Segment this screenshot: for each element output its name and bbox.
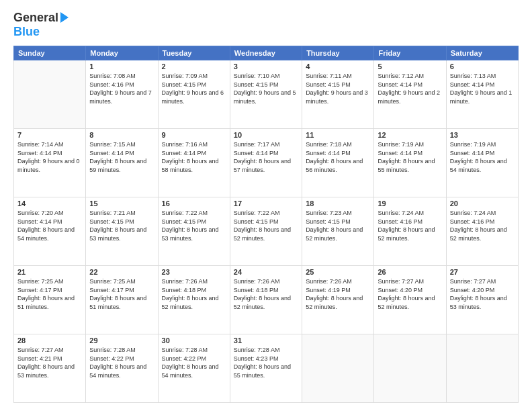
day-number: 30: [162, 336, 226, 345]
calendar-cell: 5Sunrise: 7:12 AMSunset: 4:14 PMDaylight…: [374, 60, 446, 129]
day-number: 7: [17, 131, 82, 139]
cell-info: Sunrise: 7:22 AMSunset: 4:15 PMDaylight:…: [234, 209, 298, 242]
logo-general: General: [13, 11, 58, 25]
cell-info: Sunrise: 7:26 AMSunset: 4:18 PMDaylight:…: [162, 277, 226, 311]
calendar-cell: 20Sunrise: 7:24 AMSunset: 4:16 PMDayligh…: [446, 197, 518, 266]
day-number: 23: [162, 268, 226, 276]
day-number: 25: [306, 268, 370, 276]
calendar-cell: 19Sunrise: 7:24 AMSunset: 4:16 PMDayligh…: [374, 197, 446, 266]
cell-info: Sunrise: 7:19 AMSunset: 4:14 PMDaylight:…: [450, 140, 515, 174]
logo-blue: Blue: [13, 25, 40, 38]
day-number: 19: [378, 199, 442, 208]
calendar-cell: 17Sunrise: 7:22 AMSunset: 4:15 PMDayligh…: [230, 197, 302, 266]
cell-info: Sunrise: 7:24 AMSunset: 4:16 PMDaylight:…: [450, 209, 515, 242]
cell-info: Sunrise: 7:25 AMSunset: 4:17 PMDaylight:…: [17, 277, 82, 311]
calendar-cell: 6Sunrise: 7:13 AMSunset: 4:14 PMDaylight…: [446, 60, 518, 129]
calendar-cell: 15Sunrise: 7:21 AMSunset: 4:15 PMDayligh…: [86, 197, 158, 266]
day-number: 21: [17, 268, 82, 276]
calendar-cell: 10Sunrise: 7:17 AMSunset: 4:14 PMDayligh…: [230, 129, 302, 197]
cell-info: Sunrise: 7:08 AMSunset: 4:16 PMDaylight:…: [89, 72, 154, 105]
day-number: 5: [378, 62, 442, 71]
calendar-cell: 30Sunrise: 7:28 AMSunset: 4:22 PMDayligh…: [158, 334, 230, 403]
cell-info: Sunrise: 7:12 AMSunset: 4:14 PMDaylight:…: [378, 72, 442, 105]
day-number: 14: [17, 199, 82, 208]
calendar-cell: 13Sunrise: 7:19 AMSunset: 4:14 PMDayligh…: [446, 129, 518, 197]
cell-info: Sunrise: 7:28 AMSunset: 4:23 PMDaylight:…: [234, 346, 298, 379]
cell-info: Sunrise: 7:15 AMSunset: 4:14 PMDaylight:…: [89, 140, 154, 174]
cell-info: Sunrise: 7:27 AMSunset: 4:20 PMDaylight:…: [450, 277, 515, 311]
day-number: 22: [89, 268, 154, 276]
calendar-week-row: 28Sunrise: 7:27 AMSunset: 4:21 PMDayligh…: [14, 334, 519, 403]
cell-info: Sunrise: 7:09 AMSunset: 4:15 PMDaylight:…: [162, 72, 226, 105]
day-number: 15: [89, 199, 154, 208]
logo: General Blue: [13, 11, 69, 39]
day-number: 2: [162, 62, 226, 71]
cell-info: Sunrise: 7:22 AMSunset: 4:15 PMDaylight:…: [162, 209, 226, 242]
cell-info: Sunrise: 7:28 AMSunset: 4:22 PMDaylight:…: [162, 346, 226, 379]
calendar-cell: 4Sunrise: 7:11 AMSunset: 4:15 PMDaylight…: [302, 60, 374, 129]
cell-info: Sunrise: 7:13 AMSunset: 4:14 PMDaylight:…: [450, 72, 515, 105]
day-number: 29: [89, 336, 154, 345]
calendar-cell: 11Sunrise: 7:18 AMSunset: 4:14 PMDayligh…: [302, 129, 374, 197]
calendar-cell: 3Sunrise: 7:10 AMSunset: 4:15 PMDaylight…: [230, 60, 302, 129]
day-number: 16: [162, 199, 226, 208]
calendar-cell: 21Sunrise: 7:25 AMSunset: 4:17 PMDayligh…: [14, 266, 86, 334]
day-number: 12: [378, 131, 442, 139]
weekday-header-saturday: Saturday: [446, 46, 518, 60]
weekday-header-tuesday: Tuesday: [158, 46, 230, 60]
day-number: 26: [378, 268, 442, 276]
cell-info: Sunrise: 7:11 AMSunset: 4:15 PMDaylight:…: [306, 72, 370, 105]
day-number: 28: [17, 336, 82, 345]
calendar-cell: [14, 60, 86, 129]
day-number: 13: [450, 131, 515, 139]
day-number: 31: [234, 336, 298, 345]
calendar-cell: 14Sunrise: 7:20 AMSunset: 4:14 PMDayligh…: [14, 197, 86, 266]
day-number: 4: [306, 62, 370, 71]
day-number: 1: [89, 62, 154, 71]
cell-info: Sunrise: 7:18 AMSunset: 4:14 PMDaylight:…: [306, 140, 370, 174]
cell-info: Sunrise: 7:14 AMSunset: 4:14 PMDaylight:…: [17, 140, 82, 174]
calendar-cell: 12Sunrise: 7:19 AMSunset: 4:14 PMDayligh…: [374, 129, 446, 197]
calendar-table: SundayMondayTuesdayWednesdayThursdayFrid…: [13, 46, 519, 403]
cell-info: Sunrise: 7:17 AMSunset: 4:14 PMDaylight:…: [234, 140, 298, 174]
cell-info: Sunrise: 7:10 AMSunset: 4:15 PMDaylight:…: [234, 72, 298, 105]
weekday-header-thursday: Thursday: [302, 46, 374, 60]
cell-info: Sunrise: 7:28 AMSunset: 4:22 PMDaylight:…: [89, 346, 154, 379]
cell-info: Sunrise: 7:16 AMSunset: 4:14 PMDaylight:…: [162, 140, 226, 174]
cell-info: Sunrise: 7:27 AMSunset: 4:20 PMDaylight:…: [378, 277, 442, 311]
day-number: 27: [450, 268, 515, 276]
day-number: 24: [234, 268, 298, 276]
page: General Blue SundayMondayTuesdayWednesda…: [0, 0, 532, 411]
calendar-cell: [446, 334, 518, 403]
calendar-cell: 7Sunrise: 7:14 AMSunset: 4:14 PMDaylight…: [14, 129, 86, 197]
day-number: 3: [234, 62, 298, 71]
calendar-cell: 31Sunrise: 7:28 AMSunset: 4:23 PMDayligh…: [230, 334, 302, 403]
calendar-week-row: 21Sunrise: 7:25 AMSunset: 4:17 PMDayligh…: [14, 266, 519, 334]
cell-info: Sunrise: 7:21 AMSunset: 4:15 PMDaylight:…: [89, 209, 154, 242]
calendar-cell: 8Sunrise: 7:15 AMSunset: 4:14 PMDaylight…: [86, 129, 158, 197]
weekday-header-wednesday: Wednesday: [230, 46, 302, 60]
calendar-cell: 2Sunrise: 7:09 AMSunset: 4:15 PMDaylight…: [158, 60, 230, 129]
cell-info: Sunrise: 7:23 AMSunset: 4:15 PMDaylight:…: [306, 209, 370, 242]
calendar-cell: 22Sunrise: 7:25 AMSunset: 4:17 PMDayligh…: [86, 266, 158, 334]
calendar-week-row: 14Sunrise: 7:20 AMSunset: 4:14 PMDayligh…: [14, 197, 519, 266]
calendar-cell: 18Sunrise: 7:23 AMSunset: 4:15 PMDayligh…: [302, 197, 374, 266]
calendar-cell: 9Sunrise: 7:16 AMSunset: 4:14 PMDaylight…: [158, 129, 230, 197]
day-number: 8: [89, 131, 154, 139]
header: General Blue: [13, 11, 519, 39]
day-number: 6: [450, 62, 515, 71]
logo-arrow-icon: [60, 12, 69, 23]
weekday-header-friday: Friday: [374, 46, 446, 60]
calendar-cell: [302, 334, 374, 403]
cell-info: Sunrise: 7:27 AMSunset: 4:21 PMDaylight:…: [17, 346, 82, 379]
calendar-cell: 23Sunrise: 7:26 AMSunset: 4:18 PMDayligh…: [158, 266, 230, 334]
day-number: 10: [234, 131, 298, 139]
calendar-week-row: 7Sunrise: 7:14 AMSunset: 4:14 PMDaylight…: [14, 129, 519, 197]
cell-info: Sunrise: 7:26 AMSunset: 4:18 PMDaylight:…: [234, 277, 298, 311]
cell-info: Sunrise: 7:20 AMSunset: 4:14 PMDaylight:…: [17, 209, 82, 242]
calendar-cell: [374, 334, 446, 403]
day-number: 20: [450, 199, 515, 208]
calendar-cell: 16Sunrise: 7:22 AMSunset: 4:15 PMDayligh…: [158, 197, 230, 266]
calendar-cell: 25Sunrise: 7:26 AMSunset: 4:19 PMDayligh…: [302, 266, 374, 334]
cell-info: Sunrise: 7:24 AMSunset: 4:16 PMDaylight:…: [378, 209, 442, 242]
